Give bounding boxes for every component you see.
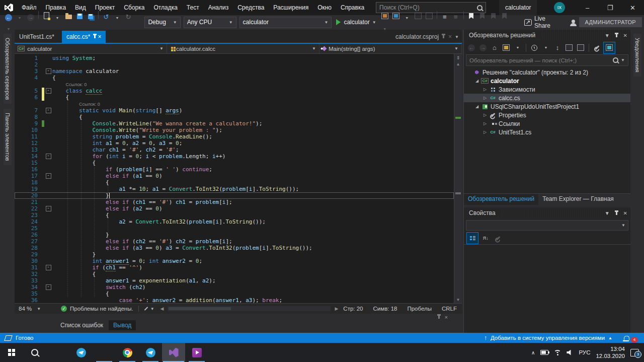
action-center-icon[interactable]: 3 xyxy=(630,349,639,356)
tree-item[interactable]: ▷Properties xyxy=(464,111,630,119)
clock[interactable]: 13:04 12.03.2020 xyxy=(596,345,625,360)
account-avatar[interactable]: IX xyxy=(554,2,565,13)
collapsed-icon[interactable]: ▷ xyxy=(482,96,488,100)
splitter-grip[interactable]: ⇕ xyxy=(455,55,461,61)
tool-window-tab[interactable]: Обозреватель серверов xyxy=(4,34,12,104)
vertical-scrollbar[interactable]: ⇕ ▲ ▼ xyxy=(454,54,462,303)
menu-item[interactable]: Справка xyxy=(336,0,369,15)
breadcrumb-type-dropdown[interactable]: calculator.calcc ▼ xyxy=(167,44,319,53)
fold-margin[interactable]: - xyxy=(44,153,52,160)
navigate-backward-menu-button[interactable]: ▼ xyxy=(14,12,25,23)
window-menu-icon[interactable]: ▼ xyxy=(605,33,610,38)
solution-platform-dropdown[interactable]: Any CPU▼ xyxy=(184,17,236,28)
fold-margin[interactable]: - xyxy=(44,284,52,291)
taskbar-item-file-explorer[interactable] xyxy=(93,343,116,362)
preview-selected-items-button[interactable] xyxy=(603,42,615,54)
menu-item[interactable]: Отладка xyxy=(149,0,182,15)
codelens-references[interactable]: Ссылок: 0 xyxy=(52,102,100,107)
menu-item[interactable]: Средства xyxy=(233,0,269,15)
toggle-bookmark-button[interactable] xyxy=(466,11,477,22)
properties-button[interactable] xyxy=(592,42,603,53)
scroll-right-icon[interactable]: ▶ xyxy=(335,306,338,311)
window-menu-icon[interactable]: ▼ xyxy=(605,210,610,216)
solution-search-input[interactable]: Обозреватель решений — поиск (Ctrl+;) ▼ xyxy=(466,54,628,66)
fold-margin[interactable]: - xyxy=(44,88,52,94)
codelens-references[interactable]: Ссылок: 0 xyxy=(52,82,87,87)
panel-tab[interactable]: Обозреватель решений xyxy=(464,194,538,205)
notifications-tab[interactable]: Уведомления xyxy=(633,34,641,77)
alphabetical-button[interactable]: Я↓ xyxy=(480,233,491,244)
tab-calculator-csproj[interactable]: calculator.csproj xyxy=(395,33,439,40)
close-panel-icon[interactable]: ✕ xyxy=(623,33,627,38)
properties-header[interactable]: Свойства ▼ ✕ xyxy=(464,207,630,219)
save-button[interactable] xyxy=(74,11,85,22)
fold-margin[interactable]: - xyxy=(44,205,52,212)
line-ending-indicator[interactable]: CRLF xyxy=(437,306,462,312)
browser-link-menu-button[interactable]: ▼ xyxy=(401,12,413,23)
horizontal-scrollbar[interactable] xyxy=(168,306,331,311)
close-panel-icon[interactable]: ✕ xyxy=(623,210,627,216)
collapsed-icon[interactable]: ▷ xyxy=(482,113,488,117)
solution-configuration-dropdown[interactable]: Debug▼ xyxy=(144,17,180,28)
indent-lines-button[interactable]: ≡ xyxy=(439,11,450,22)
line-indicator[interactable]: Стр: 20 xyxy=(338,306,368,312)
collapsed-icon[interactable]: ▷ xyxy=(482,130,488,134)
properties-grid[interactable] xyxy=(464,245,630,333)
tray-expand-icon[interactable]: ∧ xyxy=(531,350,535,355)
taskbar-item-start[interactable] xyxy=(0,343,23,362)
categorized-button[interactable] xyxy=(466,232,478,244)
bookmarks-menu-button[interactable]: ▼ xyxy=(379,23,390,34)
menu-item[interactable]: Окно xyxy=(313,0,336,15)
navigate-backward-button[interactable]: ← xyxy=(3,12,14,23)
panel-tab-inactive[interactable]: Список ошибок xyxy=(56,320,108,330)
navigate-forward-button[interactable]: → xyxy=(25,12,36,23)
feedback-button[interactable] xyxy=(568,17,579,28)
expanded-icon[interactable]: ◢ xyxy=(474,79,480,83)
ink-edit-icon[interactable] xyxy=(144,307,148,311)
open-file-button[interactable] xyxy=(63,11,74,22)
breadcrumb-project-dropdown[interactable]: C# calculator ▼ xyxy=(15,44,167,53)
maximize-button[interactable]: ❐ xyxy=(599,0,621,15)
volume-icon[interactable] xyxy=(567,350,573,355)
undo-button[interactable]: ↺ xyxy=(101,11,112,22)
pending-changes-filter-button[interactable] xyxy=(529,42,540,53)
breadcrumb-member-dropdown[interactable]: Main(string[] args) ▼ xyxy=(319,44,462,53)
collapsed-icon[interactable]: ▷ xyxy=(482,121,488,126)
taskbar-item-search[interactable] xyxy=(23,343,46,362)
chevron-up-icon[interactable]: ▲ xyxy=(608,336,612,340)
pin-icon[interactable] xyxy=(616,34,617,37)
find-in-files-button[interactable] xyxy=(424,10,435,21)
clear-bookmarks-button[interactable] xyxy=(499,11,510,22)
collapse-icon[interactable]: - xyxy=(46,154,51,159)
tab-calcc[interactable]: calcc.cs* × xyxy=(62,31,106,43)
undo-menu-button[interactable]: ▼ xyxy=(112,12,123,23)
close-button[interactable]: ✕ xyxy=(621,0,644,15)
previous-bookmark-button[interactable] xyxy=(477,11,488,22)
scroll-up-icon[interactable]: ▲ xyxy=(454,62,462,66)
collapse-icon[interactable]: - xyxy=(46,284,51,290)
fold-margin[interactable]: - xyxy=(44,264,52,271)
tab-unittest1[interactable]: UnitTest1.cs* xyxy=(15,31,62,43)
navigate-to-button[interactable] xyxy=(413,10,424,21)
close-tab-icon[interactable]: × xyxy=(98,33,101,40)
tree-item[interactable]: ▷Зависимости xyxy=(464,85,630,94)
close-panel-icon[interactable]: × xyxy=(445,314,448,320)
tree-item[interactable]: ▷Ссылки xyxy=(464,119,630,128)
column-indicator[interactable]: Симв: 18 xyxy=(368,306,403,312)
tree-item[interactable]: ▷C#UnitTest1.cs xyxy=(464,128,630,136)
next-bookmark-button[interactable] xyxy=(488,11,499,22)
scroll-left-icon[interactable]: ◀ xyxy=(160,306,164,311)
document-list-dropdown-icon[interactable]: ▼ xyxy=(455,35,459,39)
chevron-down-icon[interactable]: ▼ xyxy=(150,307,154,311)
panel-tab-active[interactable]: Вывод xyxy=(109,320,136,330)
properties-object-dropdown[interactable]: ▼ xyxy=(466,220,628,231)
collapse-icon[interactable]: - xyxy=(46,108,51,113)
notifications-bell-icon[interactable] xyxy=(624,336,629,340)
taskbar-item-chrome[interactable] xyxy=(116,343,139,362)
scroll-down-icon[interactable]: ▼ xyxy=(454,298,462,302)
solution-explorer-header[interactable]: Обозреватель решений ▼ ✕ xyxy=(464,30,630,41)
taskbar-item-screenshot-app[interactable] xyxy=(46,343,69,362)
fold-margin[interactable]: - xyxy=(44,68,52,75)
save-all-button[interactable] xyxy=(85,11,96,22)
wifi-icon[interactable] xyxy=(554,350,561,355)
